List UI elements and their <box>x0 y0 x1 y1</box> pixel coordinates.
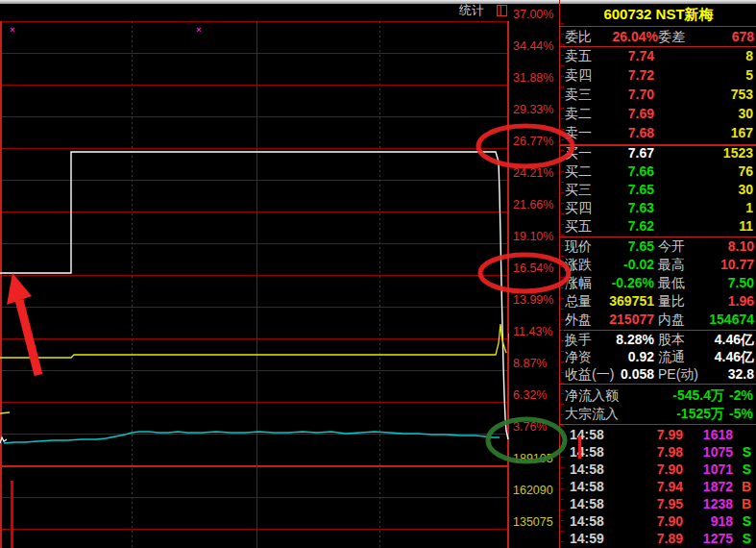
flow-percent: -2% <box>729 387 753 404</box>
fin-label-1: 换手 <box>565 332 592 348</box>
ruler-tick <box>561 340 564 341</box>
axis-percent-label: 6.32% <box>513 388 547 402</box>
tick-row[interactable]: 14:587.951238B <box>560 496 756 513</box>
ruler-tick <box>561 213 564 214</box>
separator <box>560 330 756 331</box>
stat-row: 涨跌-0.02最高10.77 <box>560 257 756 275</box>
stat-value-2: 154674 <box>709 311 754 328</box>
ruler-tick <box>561 319 564 320</box>
tick-row[interactable]: 14:587.941872B <box>560 479 756 496</box>
bid-row[interactable]: 买三7.6530 <box>560 182 756 200</box>
bid-level-label: 买一 <box>565 145 592 162</box>
tick-time: 14:58 <box>570 461 604 478</box>
quote-panel: 600732 NST新梅 委比 26.04% 委差 678 卖五7.748卖四7… <box>559 0 756 548</box>
ruler-tick <box>561 97 564 98</box>
ask-row[interactable]: 卖三7.70753 <box>560 87 756 106</box>
ruler-tick <box>561 351 564 352</box>
bid-price: 7.63 <box>628 200 654 216</box>
ask-level-label: 卖四 <box>565 67 592 84</box>
tick-row[interactable]: 14:587.981075S <box>560 444 756 461</box>
tick-price: 7.95 <box>657 496 683 512</box>
bid-volume: 30 <box>738 182 753 198</box>
stat-value-1: 369751 <box>609 293 654 310</box>
axis-percent-label: 16.54% <box>513 262 553 275</box>
ask-level-label: 卖三 <box>565 87 592 103</box>
bid-volume: 1523 <box>723 145 753 162</box>
tick-price: 7.90 <box>657 513 683 530</box>
tick-price: 7.98 <box>657 444 683 461</box>
ruler-tick <box>561 404 564 405</box>
stat-label-1: 涨跌 <box>565 257 592 273</box>
ask-row[interactable]: 卖二7.6930 <box>560 106 756 125</box>
ruler-tick <box>561 488 564 489</box>
ask-price: 7.74 <box>628 48 654 64</box>
tick-row[interactable]: 14:587.901071S <box>560 461 756 479</box>
axis-percent-label: 13.99% <box>513 293 553 307</box>
bid-row[interactable]: 买四7.631 <box>560 200 756 218</box>
ruler-tick <box>561 171 564 172</box>
tick-side: B <box>742 479 751 495</box>
tick-row[interactable]: 14:587.991618 <box>560 427 756 444</box>
ruler-tick <box>561 256 564 257</box>
stat-label-2: 今开 <box>658 238 685 255</box>
weicha-value: 678 <box>732 29 754 45</box>
stat-label-1: 外盘 <box>565 311 592 328</box>
ruler-tick <box>561 499 564 500</box>
stat-label-1: 现价 <box>565 238 592 255</box>
bid-row[interactable]: 买五7.6211 <box>560 218 756 237</box>
fin-label-2: PE(动) <box>658 366 698 383</box>
bid-level-label: 买四 <box>565 200 592 216</box>
ruler-tick <box>561 161 564 162</box>
tick-side: B <box>742 496 751 512</box>
chart-axis-labels: 37.00%34.44%31.88%29.33%26.77%24.21%21.6… <box>509 0 559 548</box>
intraday-chart[interactable]: ×× <box>0 0 509 548</box>
axis-percent-label: 3.76% <box>513 420 547 434</box>
axis-volume-label: 189105 <box>513 452 553 465</box>
ruler-tick <box>561 266 564 267</box>
axis-percent-label: 34.44% <box>513 39 553 53</box>
ask-row[interactable]: 卖五7.748 <box>560 48 756 67</box>
flow-label: 净流入额 <box>565 387 619 404</box>
axis-percent-label: 19.10% <box>513 230 553 243</box>
ruler-tick <box>561 531 564 532</box>
avg-line <box>0 324 506 358</box>
ask-price: 7.70 <box>628 87 654 103</box>
stat-row: 涨幅-0.26%最低7.50 <box>560 275 756 293</box>
tick-volume: 1071 <box>703 461 733 478</box>
axis-percent-label: 24.21% <box>513 166 553 180</box>
ruler-tick <box>561 467 564 468</box>
ruler-tick <box>561 76 564 77</box>
bid-volume: 76 <box>738 163 753 180</box>
tick-list-marker <box>578 436 581 459</box>
axis-percent-label: 31.88% <box>513 71 553 85</box>
axis-percent-label: 29.33% <box>513 103 553 116</box>
tick-side: S <box>743 461 751 478</box>
ruler-tick <box>561 182 564 183</box>
axis-percent-label: 26.77% <box>513 135 553 148</box>
signal-marker-icon: × <box>10 25 14 35</box>
tick-price: 7.99 <box>657 427 683 443</box>
tick-row[interactable]: 14:587.90918S <box>560 513 756 531</box>
bid-row[interactable]: 买一7.671523 <box>560 145 756 163</box>
tick-volume: 1618 <box>703 427 733 443</box>
ruler-tick <box>561 139 564 140</box>
ruler-tick <box>561 436 564 436</box>
ask-row[interactable]: 卖四7.725 <box>560 67 756 87</box>
axis-percent-label: 11.43% <box>513 325 552 338</box>
fin-label-2: 股本 <box>658 332 685 348</box>
stat-label-2: 最低 <box>658 275 685 291</box>
tick-row[interactable]: 14:597.891275S <box>560 531 756 548</box>
separator <box>560 46 756 47</box>
ask-row[interactable]: 卖一7.68167 <box>560 125 756 144</box>
stat-value-2: 1.96 <box>728 293 754 310</box>
ruler-tick <box>561 287 564 288</box>
bid-row[interactable]: 买二7.6676 <box>560 163 756 182</box>
bid-price: 7.62 <box>628 218 654 235</box>
stock-title[interactable]: 600732 NST新梅 <box>560 6 756 24</box>
ruler-tick <box>561 520 564 521</box>
ruler-tick <box>561 23 564 24</box>
ruler-tick <box>561 457 564 458</box>
ruler-tick <box>561 150 564 151</box>
fin-label-1: 净资 <box>565 349 592 365</box>
bid-level-label: 买三 <box>565 182 592 198</box>
